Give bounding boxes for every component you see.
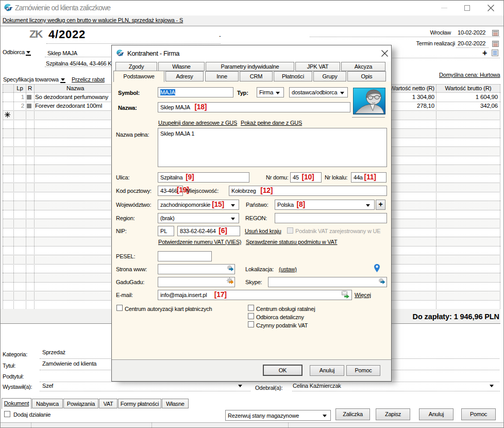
svg-text:GT: GT xyxy=(117,52,124,57)
svg-text:GT: GT xyxy=(5,6,12,11)
